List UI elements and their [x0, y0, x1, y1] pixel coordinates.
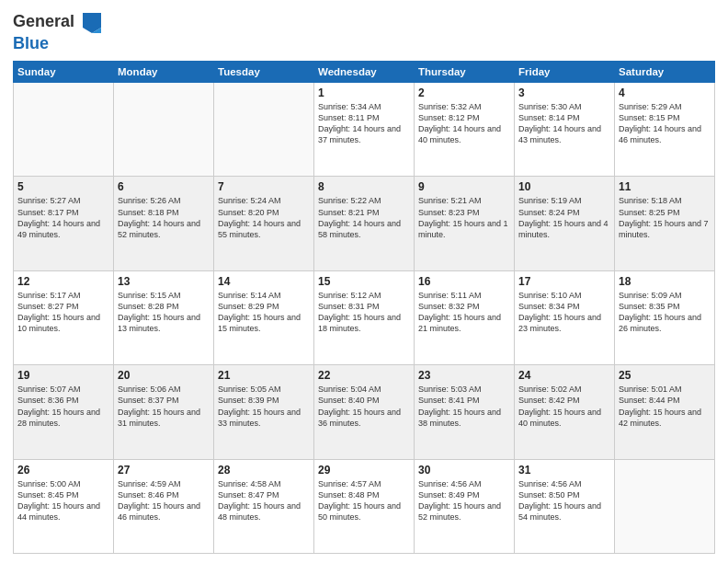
logo-icon — [81, 9, 103, 35]
day-number: 12 — [17, 274, 109, 289]
calendar-cell: 6Sunrise: 5:26 AMSunset: 8:18 PMDaylight… — [114, 177, 214, 270]
calendar-cell: 16Sunrise: 5:11 AMSunset: 8:32 PMDayligh… — [415, 270, 515, 364]
cell-info: Sunrise: 5:18 AMSunset: 8:25 PMDaylight:… — [619, 195, 711, 240]
calendar-cell: 23Sunrise: 5:03 AMSunset: 8:41 PMDayligh… — [415, 365, 515, 459]
calendar-cell: 26Sunrise: 5:00 AMSunset: 8:45 PMDayligh… — [14, 459, 114, 553]
day-number: 11 — [619, 179, 711, 194]
calendar-cell — [214, 82, 314, 176]
day-number: 3 — [518, 86, 610, 100]
cell-info: Sunrise: 5:30 AMSunset: 8:14 PMDaylight:… — [518, 101, 610, 146]
calendar-cell: 29Sunrise: 4:57 AMSunset: 8:48 PMDayligh… — [314, 459, 415, 553]
cell-info: Sunrise: 5:03 AMSunset: 8:41 PMDaylight:… — [418, 384, 510, 429]
cell-info: Sunrise: 4:56 AMSunset: 8:50 PMDaylight:… — [518, 478, 610, 523]
calendar: SundayMondayTuesdayWednesdayThursdayFrid… — [13, 61, 715, 554]
calendar-cell: 30Sunrise: 4:56 AMSunset: 8:49 PMDayligh… — [415, 459, 515, 553]
cell-info: Sunrise: 5:12 AMSunset: 8:31 PMDaylight:… — [318, 290, 410, 335]
calendar-cell — [615, 459, 715, 553]
calendar-cell: 11Sunrise: 5:18 AMSunset: 8:25 PMDayligh… — [615, 177, 715, 270]
day-number: 15 — [318, 274, 410, 289]
cell-info: Sunrise: 4:56 AMSunset: 8:49 PMDaylight:… — [418, 478, 510, 523]
col-header-saturday: Saturday — [615, 61, 715, 82]
calendar-cell: 3Sunrise: 5:30 AMSunset: 8:14 PMDaylight… — [515, 82, 615, 176]
cell-info: Sunrise: 5:29 AMSunset: 8:15 PMDaylight:… — [619, 101, 711, 146]
calendar-week-row: 12Sunrise: 5:17 AMSunset: 8:27 PMDayligh… — [14, 270, 715, 364]
day-number: 13 — [118, 274, 210, 289]
cell-info: Sunrise: 4:58 AMSunset: 8:47 PMDaylight:… — [218, 478, 310, 523]
cell-info: Sunrise: 5:04 AMSunset: 8:40 PMDaylight:… — [318, 384, 410, 429]
col-header-tuesday: Tuesday — [214, 61, 314, 82]
day-number: 23 — [418, 368, 510, 383]
calendar-cell: 5Sunrise: 5:27 AMSunset: 8:17 PMDaylight… — [14, 177, 114, 270]
calendar-cell: 20Sunrise: 5:06 AMSunset: 8:37 PMDayligh… — [114, 365, 214, 459]
day-number: 28 — [218, 463, 310, 477]
calendar-cell: 4Sunrise: 5:29 AMSunset: 8:15 PMDaylight… — [615, 82, 715, 176]
cell-info: Sunrise: 5:15 AMSunset: 8:28 PMDaylight:… — [118, 290, 210, 335]
calendar-week-row: 1Sunrise: 5:34 AMSunset: 8:11 PMDaylight… — [14, 82, 715, 176]
calendar-cell — [14, 82, 114, 176]
cell-info: Sunrise: 5:22 AMSunset: 8:21 PMDaylight:… — [318, 195, 410, 240]
calendar-cell: 14Sunrise: 5:14 AMSunset: 8:29 PMDayligh… — [214, 270, 314, 364]
cell-info: Sunrise: 4:59 AMSunset: 8:46 PMDaylight:… — [118, 478, 210, 523]
calendar-cell: 10Sunrise: 5:19 AMSunset: 8:24 PMDayligh… — [515, 177, 615, 270]
cell-info: Sunrise: 5:09 AMSunset: 8:35 PMDaylight:… — [619, 290, 711, 335]
day-number: 30 — [418, 463, 510, 477]
calendar-cell: 25Sunrise: 5:01 AMSunset: 8:44 PMDayligh… — [615, 365, 715, 459]
cell-info: Sunrise: 5:07 AMSunset: 8:36 PMDaylight:… — [17, 384, 109, 429]
day-number: 20 — [118, 368, 210, 383]
cell-info: Sunrise: 5:19 AMSunset: 8:24 PMDaylight:… — [518, 195, 610, 240]
logo: General Blue — [13, 9, 103, 53]
calendar-cell: 22Sunrise: 5:04 AMSunset: 8:40 PMDayligh… — [314, 365, 415, 459]
cell-info: Sunrise: 5:17 AMSunset: 8:27 PMDaylight:… — [17, 290, 109, 335]
col-header-wednesday: Wednesday — [314, 61, 415, 82]
calendar-cell: 21Sunrise: 5:05 AMSunset: 8:39 PMDayligh… — [214, 365, 314, 459]
logo-blue: Blue — [13, 35, 103, 53]
cell-info: Sunrise: 5:32 AMSunset: 8:12 PMDaylight:… — [418, 101, 510, 146]
calendar-cell: 13Sunrise: 5:15 AMSunset: 8:28 PMDayligh… — [114, 270, 214, 364]
cell-info: Sunrise: 5:26 AMSunset: 8:18 PMDaylight:… — [118, 195, 210, 240]
calendar-cell: 9Sunrise: 5:21 AMSunset: 8:23 PMDaylight… — [415, 177, 515, 270]
day-number: 1 — [318, 86, 410, 100]
cell-info: Sunrise: 5:10 AMSunset: 8:34 PMDaylight:… — [518, 290, 610, 335]
day-number: 29 — [318, 463, 410, 477]
day-number: 10 — [518, 179, 610, 194]
calendar-cell: 12Sunrise: 5:17 AMSunset: 8:27 PMDayligh… — [14, 270, 114, 364]
calendar-header-row: SundayMondayTuesdayWednesdayThursdayFrid… — [14, 61, 715, 82]
calendar-cell: 31Sunrise: 4:56 AMSunset: 8:50 PMDayligh… — [515, 459, 615, 553]
day-number: 16 — [418, 274, 510, 289]
calendar-cell: 15Sunrise: 5:12 AMSunset: 8:31 PMDayligh… — [314, 270, 415, 364]
day-number: 8 — [318, 179, 410, 194]
page: General Blue SundayMondayTuesdayWednesda… — [0, 0, 728, 563]
calendar-cell: 7Sunrise: 5:24 AMSunset: 8:20 PMDaylight… — [214, 177, 314, 270]
cell-info: Sunrise: 5:01 AMSunset: 8:44 PMDaylight:… — [619, 384, 711, 429]
calendar-week-row: 26Sunrise: 5:00 AMSunset: 8:45 PMDayligh… — [14, 459, 715, 553]
calendar-cell: 2Sunrise: 5:32 AMSunset: 8:12 PMDaylight… — [415, 82, 515, 176]
cell-info: Sunrise: 5:34 AMSunset: 8:11 PMDaylight:… — [318, 101, 410, 146]
logo-general: General — [13, 9, 103, 35]
day-number: 27 — [118, 463, 210, 477]
col-header-friday: Friday — [515, 61, 615, 82]
day-number: 5 — [17, 179, 109, 194]
col-header-monday: Monday — [114, 61, 214, 82]
day-number: 17 — [518, 274, 610, 289]
cell-info: Sunrise: 5:00 AMSunset: 8:45 PMDaylight:… — [17, 478, 109, 523]
col-header-thursday: Thursday — [415, 61, 515, 82]
day-number: 6 — [118, 179, 210, 194]
calendar-week-row: 5Sunrise: 5:27 AMSunset: 8:17 PMDaylight… — [14, 177, 715, 270]
day-number: 31 — [518, 463, 610, 477]
cell-info: Sunrise: 4:57 AMSunset: 8:48 PMDaylight:… — [318, 478, 410, 523]
cell-info: Sunrise: 5:14 AMSunset: 8:29 PMDaylight:… — [218, 290, 310, 335]
cell-info: Sunrise: 5:27 AMSunset: 8:17 PMDaylight:… — [17, 195, 109, 240]
calendar-cell: 27Sunrise: 4:59 AMSunset: 8:46 PMDayligh… — [114, 459, 214, 553]
cell-info: Sunrise: 5:11 AMSunset: 8:32 PMDaylight:… — [418, 290, 510, 335]
day-number: 4 — [619, 86, 711, 100]
col-header-sunday: Sunday — [14, 61, 114, 82]
calendar-cell: 28Sunrise: 4:58 AMSunset: 8:47 PMDayligh… — [214, 459, 314, 553]
calendar-cell: 19Sunrise: 5:07 AMSunset: 8:36 PMDayligh… — [14, 365, 114, 459]
calendar-week-row: 19Sunrise: 5:07 AMSunset: 8:36 PMDayligh… — [14, 365, 715, 459]
calendar-cell: 17Sunrise: 5:10 AMSunset: 8:34 PMDayligh… — [515, 270, 615, 364]
day-number: 19 — [17, 368, 109, 383]
day-number: 9 — [418, 179, 510, 194]
header: General Blue — [13, 9, 715, 53]
day-number: 7 — [218, 179, 310, 194]
day-number: 18 — [619, 274, 711, 289]
